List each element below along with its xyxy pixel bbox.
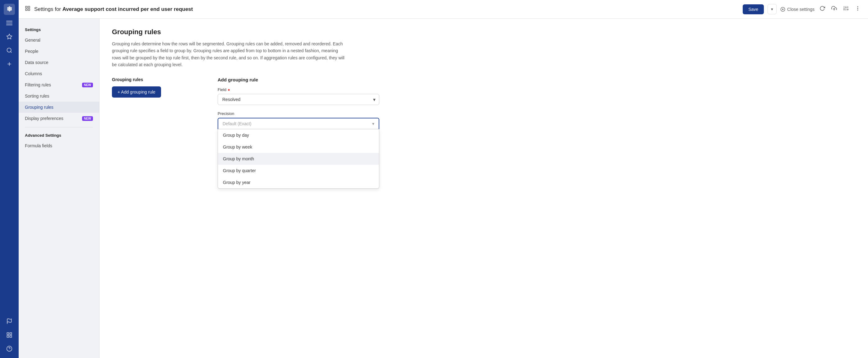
svg-rect-18 (28, 9, 30, 10)
svg-point-34 (858, 10, 858, 10)
settings-section-main: Settings (19, 25, 99, 34)
svg-point-4 (7, 48, 11, 52)
content-area: Settings General People Data source Colu… (19, 19, 868, 358)
settings-item-filtering[interactable]: Filtering rules NEW (19, 79, 99, 91)
more-button[interactable] (854, 4, 862, 14)
sidebar-icons: ❄ (0, 0, 19, 358)
settings-sidebar: Settings General People Data source Colu… (19, 19, 99, 358)
logo-icon[interactable]: ❄ (4, 4, 15, 15)
add-grouping-rule-button[interactable]: + Add grouping rule (112, 87, 161, 98)
precision-arrow-icon: ▾ (372, 121, 374, 126)
settings-item-grouping[interactable]: Grouping rules (19, 102, 99, 113)
menu-icon[interactable] (4, 18, 15, 29)
filtering-new-badge: NEW (82, 83, 93, 87)
save-button[interactable]: Save (743, 4, 764, 14)
main-wrapper: Settings for Average support cost incurr… (19, 0, 868, 358)
right-column: Add grouping rule Field ● Resolved ▾ (218, 77, 379, 189)
precision-wrapper: Default (Exact) ▾ Group by day Group by … (218, 118, 379, 189)
panel-title: Grouping rules (112, 28, 856, 36)
close-settings-label: Close settings (787, 7, 814, 12)
svg-line-5 (10, 52, 12, 53)
svg-rect-1 (6, 23, 12, 23)
required-indicator: ● (227, 87, 230, 92)
grid-icon[interactable] (4, 329, 15, 340)
settings-section-advanced: Advanced Settings (19, 131, 99, 140)
plus-icon[interactable] (4, 58, 15, 70)
close-settings-button[interactable]: Close settings (780, 7, 814, 12)
save-dropdown-button[interactable]: ▾ (768, 4, 777, 14)
svg-point-32 (858, 6, 858, 7)
svg-point-33 (858, 8, 858, 9)
refresh-button[interactable] (818, 4, 826, 14)
main-settings-panel: Grouping rules Grouping rules determine … (99, 19, 868, 358)
page-title: Settings for Average support cost incurr… (34, 6, 739, 12)
settings-item-formula[interactable]: Formula fields (19, 140, 99, 151)
precision-dropdown: Group by day Group by week Group by mont… (218, 129, 379, 189)
option-group-by-day[interactable]: Group by day (218, 129, 379, 141)
field-select-wrapper: Resolved ▾ (218, 94, 379, 105)
star-icon[interactable] (4, 31, 15, 42)
search-icon[interactable] (4, 45, 15, 56)
header-right: Close settings (780, 4, 862, 14)
option-group-by-quarter[interactable]: Group by quarter (218, 165, 379, 176)
settings-item-columns[interactable]: Columns (19, 68, 99, 79)
settings-item-sorting[interactable]: Sorting rules (19, 91, 99, 102)
svg-rect-0 (6, 21, 12, 22)
svg-rect-10 (10, 333, 12, 335)
settings-item-general[interactable]: General (19, 34, 99, 46)
header-menu-icon[interactable] (25, 6, 30, 13)
option-group-by-week[interactable]: Group by week (218, 141, 379, 153)
two-col-layout: Grouping rules + Add grouping rule Add g… (112, 77, 856, 189)
svg-rect-15 (26, 6, 27, 8)
option-group-by-month[interactable]: Group by month (218, 153, 379, 165)
field-label: Field ● (218, 87, 379, 92)
panel-description: Grouping rules determine how the rows wi… (112, 40, 348, 68)
settings-item-people[interactable]: People (19, 46, 99, 57)
left-col-title: Grouping rules (112, 77, 199, 82)
svg-rect-2 (6, 25, 12, 25)
top-header: Settings for Average support cost incurr… (19, 0, 868, 19)
left-column: Grouping rules + Add grouping rule (112, 77, 199, 98)
svg-rect-12 (10, 336, 12, 337)
option-group-by-year[interactable]: Group by year (218, 176, 379, 188)
svg-rect-16 (28, 6, 30, 8)
help-icon[interactable] (4, 343, 15, 354)
settings-item-display[interactable]: Display preferences NEW (19, 113, 99, 124)
add-rule-form-title: Add grouping rule (218, 77, 379, 83)
flag-icon[interactable] (4, 316, 15, 327)
precision-placeholder: Default (Exact) (223, 121, 251, 126)
svg-rect-9 (7, 333, 9, 335)
display-new-badge: NEW (82, 116, 93, 121)
svg-rect-11 (7, 336, 9, 337)
svg-rect-17 (26, 9, 27, 10)
upload-button[interactable] (830, 4, 838, 14)
svg-marker-3 (7, 34, 12, 39)
precision-label: Precision (218, 111, 379, 116)
field-select[interactable]: Resolved (218, 94, 379, 105)
settings-item-datasource[interactable]: Data source (19, 57, 99, 68)
settings-divider (25, 127, 93, 127)
sliders-button[interactable] (842, 4, 850, 14)
precision-trigger[interactable]: Default (Exact) ▾ (218, 118, 379, 129)
